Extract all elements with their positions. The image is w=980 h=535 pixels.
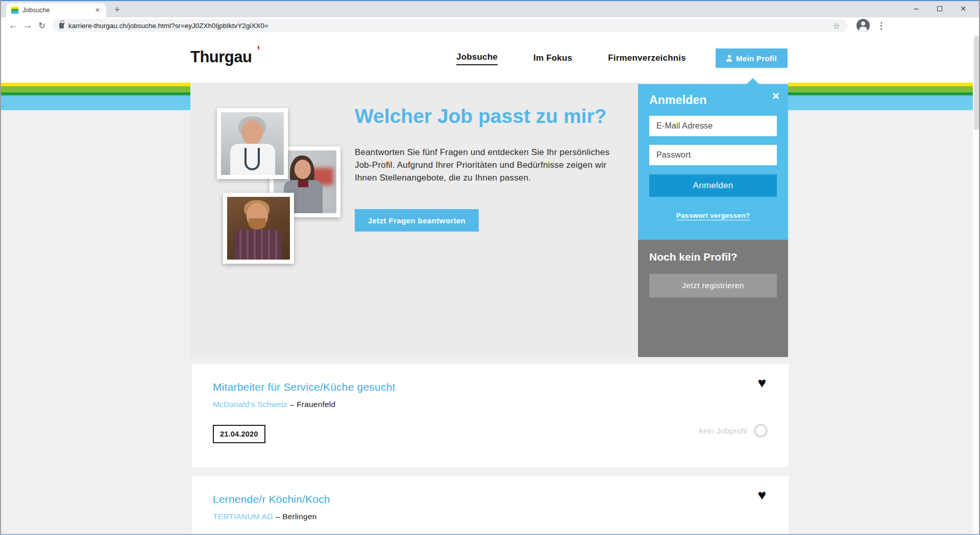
person-icon — [726, 55, 732, 62]
hero-photo-doctor — [217, 108, 288, 179]
match-circle-icon[interactable] — [754, 424, 768, 438]
browser-window: Jobsuche ✕ + – ✕ ← → ↻ karriere-thurgau.… — [0, 0, 980, 535]
job-card: Lernende/r Köchin/Koch TERTIANUM AG – Be… — [192, 476, 789, 535]
browser-toolbar: ← → ↻ karriere-thurgau.ch/jobsuche.html?… — [0, 17, 980, 34]
favorite-heart-icon[interactable]: ♥ — [757, 487, 766, 503]
profile-button-label: Mein Profil — [736, 54, 777, 63]
site-logo[interactable]: Thurgau — [190, 48, 260, 66]
restore-icon — [937, 6, 942, 11]
close-window-button[interactable]: ✕ — [951, 5, 975, 13]
browser-menu-icon[interactable]: ⋮ — [877, 20, 886, 31]
minimize-button[interactable]: – — [904, 4, 928, 13]
job-title-link[interactable]: Mitarbeiter für Service/Küche gesucht — [213, 381, 396, 393]
browser-profile-icon[interactable] — [856, 19, 870, 32]
nav-item-firmenverzeichnis[interactable]: Firmenverzeichnis — [608, 53, 686, 63]
answer-questions-button[interactable]: Jetzt Fragen beantworten — [355, 209, 479, 232]
email-field[interactable] — [649, 116, 777, 136]
browser-tab[interactable]: Jobsuche ✕ — [6, 3, 106, 17]
register-heading: Noch kein Profil? — [649, 251, 777, 263]
close-icon[interactable]: ✕ — [772, 90, 780, 102]
nav-item-im-fokus[interactable]: Im Fokus — [533, 53, 572, 63]
main-navigation: Jobsuche Im Fokus Firmenverzeichnis — [456, 34, 686, 83]
back-button[interactable]: ← — [6, 20, 20, 31]
restore-button[interactable] — [928, 6, 951, 11]
register-panel: Noch kein Profil? Jetzt registrieren — [638, 240, 788, 357]
nav-item-jobsuche[interactable]: Jobsuche — [456, 52, 498, 64]
password-field[interactable] — [649, 145, 777, 165]
site-header: Thurgau Jobsuche Im Fokus Firmenverzeich… — [0, 34, 980, 83]
forgot-password-row: Passwort vergessen? — [649, 211, 777, 220]
window-border — [0, 0, 1, 535]
site-favicon-icon — [11, 7, 18, 14]
url-text[interactable]: karriere-thurgau.ch/jobsuche.html?sr=eyJ… — [68, 22, 833, 30]
register-button[interactable]: Jetzt registrieren — [649, 274, 777, 297]
login-popup: Anmelden ✕ Anmelden Passwort vergessen? … — [638, 84, 788, 357]
job-company-link[interactable]: TERTIANUM AG — [213, 512, 273, 521]
hero-title: Welcher Job passt zu mir? — [355, 105, 606, 128]
job-date-badge: 21.04.2020 — [213, 425, 265, 443]
page-content: Thurgau Jobsuche Im Fokus Firmenverzeich… — [0, 34, 980, 535]
tab-close-icon[interactable]: ✕ — [94, 6, 101, 15]
job-location: – Frauenfeld — [287, 400, 335, 409]
address-bar[interactable]: karriere-thurgau.ch/jobsuche.html?sr=eyJ… — [52, 19, 847, 32]
logo-text: Thurgau — [190, 48, 252, 66]
forward-button[interactable]: → — [20, 20, 35, 31]
job-location: – Berlingen — [273, 512, 316, 521]
job-company-link[interactable]: McDonald’s Schweiz — [213, 400, 287, 409]
scrollbar-thumb[interactable] — [974, 36, 979, 130]
tab-title: Jobsuche — [22, 7, 94, 14]
hero-description: Beantworten Sie fünf Fragen und entdecke… — [355, 146, 620, 184]
new-tab-button[interactable]: + — [114, 3, 120, 16]
login-title: Anmelden — [649, 93, 777, 107]
bookmark-star-icon[interactable]: ☆ — [833, 21, 840, 31]
status-label: kein Jobprofil — [699, 426, 747, 436]
job-subtitle: McDonald’s Schweiz – Frauenfeld — [213, 400, 335, 409]
job-card: Mitarbeiter für Service/Küche gesucht Mc… — [192, 364, 789, 467]
lock-icon — [59, 23, 64, 29]
login-submit-button[interactable]: Anmelden — [649, 174, 777, 197]
hero-photo-craftsman — [223, 193, 294, 264]
forgot-password-link[interactable]: Passwort vergessen? — [676, 212, 750, 219]
mein-profil-button[interactable]: Mein Profil — [716, 48, 788, 68]
tab-bar: Jobsuche ✕ + – ✕ — [0, 0, 980, 17]
reload-button[interactable]: ↻ — [35, 20, 49, 31]
apple-icon — [254, 49, 261, 56]
window-border — [0, 0, 980, 1]
window-controls: – ✕ — [904, 0, 975, 17]
job-title-link[interactable]: Lernende/r Köchin/Koch — [213, 493, 330, 505]
job-profile-status: kein Jobprofil — [699, 424, 768, 438]
job-subtitle: TERTIANUM AG – Berlingen — [213, 512, 317, 521]
favorite-heart-icon[interactable]: ♥ — [757, 375, 766, 391]
login-panel: Anmelden ✕ Anmelden Passwort vergessen? — [638, 84, 788, 240]
